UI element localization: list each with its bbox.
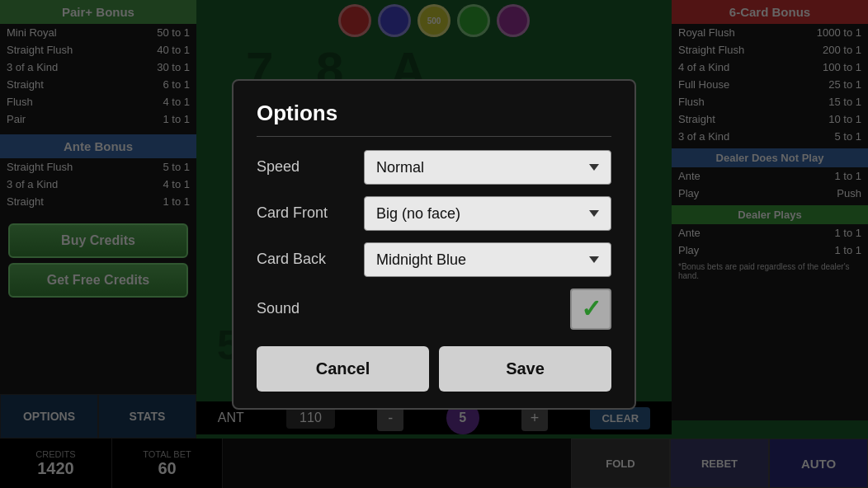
modal-overlay: Options Speed Slow Normal Fast Card Fron… [0, 0, 868, 488]
save-button[interactable]: Save [439, 346, 611, 392]
modal-buttons: Cancel Save [257, 346, 611, 392]
sound-checkbox[interactable]: ✓ [570, 289, 611, 330]
card-back-select[interactable]: Midnight Blue Red Green Classic [364, 242, 611, 277]
options-modal: Options Speed Slow Normal Fast Card Fron… [232, 79, 636, 410]
card-back-row: Card Back Midnight Blue Red Green Classi… [257, 242, 611, 277]
sound-checkbox-wrapper: ✓ [364, 289, 611, 330]
modal-title: Options [257, 101, 611, 137]
speed-select[interactable]: Slow Normal Fast [364, 150, 611, 185]
speed-row: Speed Slow Normal Fast [257, 150, 611, 185]
sound-row: Sound ✓ [257, 289, 611, 330]
card-front-row: Card Front Big (no face) Big (face) Smal… [257, 196, 611, 231]
card-front-select[interactable]: Big (no face) Big (face) Small [364, 196, 611, 231]
speed-label: Speed [257, 158, 364, 176]
cancel-button[interactable]: Cancel [257, 346, 429, 392]
sound-label: Sound [257, 300, 364, 317]
card-back-label: Card Back [257, 251, 364, 268]
checkmark-icon: ✓ [581, 294, 601, 323]
card-front-label: Card Front [257, 204, 364, 222]
